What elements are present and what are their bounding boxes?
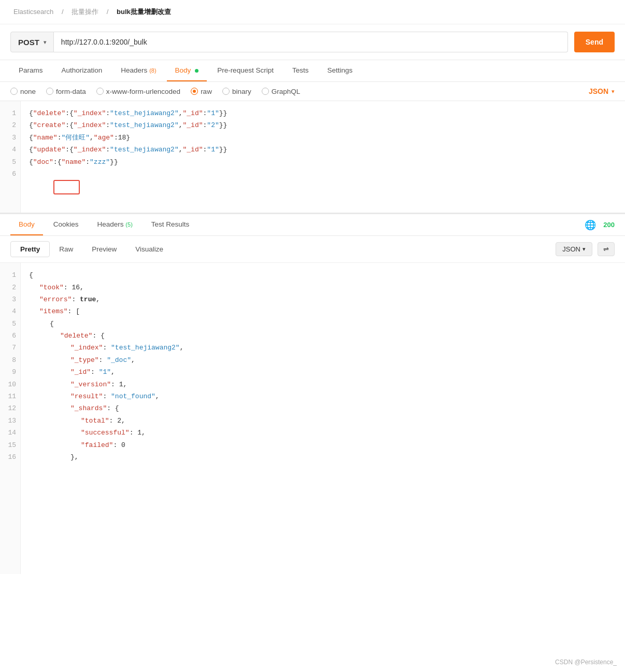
radio-none[interactable]: none [10,88,36,95]
globe-icon: 🌐 [585,219,596,231]
request-code-content[interactable]: {"delete":{"_index":"test_hejiawang2","_… [21,101,625,213]
view-tab-bar: Pretty Raw Preview Visualize JSON ▾ ⇌ [0,236,625,263]
resp-headers-badge: (5) [125,221,132,228]
resp-line-4: "items": [ [39,305,617,317]
body-type-bar: none form-data x-www-form-urlencoded raw… [0,82,625,101]
request-line-numbers: 1 2 3 4 5 6 [0,101,21,213]
request-code-editor: 1 2 3 4 5 6 {"delete":{"_index":"test_he… [0,101,625,214]
code-line-2: {"create":{"_index":"test_hejiawang2","_… [29,119,617,131]
wrap-button[interactable]: ⇌ [598,242,615,256]
body-dot-icon [195,69,198,73]
code-line-4: {"update":{"_index":"test_hejiawang2","_… [29,144,617,156]
resp-tab-headers[interactable]: Headers (5) [89,214,141,235]
radio-binary-circle [222,88,230,95]
response-format-select[interactable]: JSON ▾ [556,242,592,256]
resp-line-5: { [50,318,617,330]
resp-line-15: "failed": 0 [81,439,617,451]
breadcrumb-part2[interactable]: 批量操作 [72,8,98,16]
view-tab-pretty[interactable]: Pretty [10,241,50,257]
resp-line-1: { [29,269,617,281]
radio-none-circle [10,88,18,95]
request-tab-bar: Params Authorization Headers (8) Body Pr… [0,60,625,82]
radio-form-data-circle [46,88,53,95]
view-tab-raw[interactable]: Raw [50,242,82,257]
resp-tab-cookies[interactable]: Cookies [45,214,87,235]
radio-urlencoded-circle [96,88,104,95]
format-chevron-icon: ▾ [612,88,615,95]
tab-settings[interactable]: Settings [319,60,361,81]
url-input[interactable] [54,32,568,52]
radio-raw-circle [191,88,198,95]
resp-tab-body[interactable]: Body [10,214,43,235]
highlight-selection [53,180,80,194]
radio-graphql-circle [262,88,269,95]
headers-badge: (8) [149,67,156,74]
method-label: POST [18,38,39,47]
tab-authorization[interactable]: Authorization [53,60,111,81]
resp-line-3: "errors": true, [39,293,617,305]
resp-line-10: "_version": 1, [70,379,617,390]
resp-format-chevron-icon: ▾ [583,246,586,253]
radio-binary[interactable]: binary [222,88,251,95]
breadcrumb-part1[interactable]: Elasticsearch [13,8,53,16]
tab-headers[interactable]: Headers (8) [112,60,164,81]
resp-line-12: "_shards": { [70,402,617,414]
response-code-content: { "took": 16, "errors": true, "items": [… [21,263,625,574]
tab-params[interactable]: Params [10,60,51,81]
resp-line-6: "delete": { [60,330,617,342]
tab-pre-request-script[interactable]: Pre-request Script [209,60,282,81]
resp-tab-test-results[interactable]: Test Results [143,214,198,235]
status-code: 200 [603,221,615,229]
request-bar: POST ▾ Send [0,24,625,60]
radio-graphql[interactable]: GraphQL [262,88,301,95]
resp-line-7: "_index": "test_hejiawang2", [70,342,617,354]
send-button[interactable]: Send [574,32,615,52]
resp-line-9: "_id": "1", [70,366,617,378]
chevron-down-icon: ▾ [44,39,46,45]
breadcrumb-sep2: / [107,8,110,16]
wrap-icon: ⇌ [603,245,609,253]
code-line-3: {"name":"何佳旺","age":18} [29,132,617,144]
format-select[interactable]: JSON ▾ [589,87,615,95]
code-line-1: {"delete":{"_index":"test_hejiawang2","_… [29,107,617,119]
response-format-label: JSON [562,245,580,253]
tab-body[interactable]: Body [167,60,207,81]
tab-tests[interactable]: Tests [284,60,317,81]
breadcrumb-sep1: / [62,8,65,16]
method-select[interactable]: POST ▾ [10,32,54,52]
resp-line-16: }, [70,451,617,463]
resp-line-11: "result": "not_found", [70,390,617,402]
view-tab-preview[interactable]: Preview [82,242,126,257]
resp-line-13: "total": 2, [81,415,617,427]
view-tab-visualize[interactable]: Visualize [126,242,173,257]
radio-form-data[interactable]: form-data [46,88,86,95]
breadcrumb: Elasticsearch / 批量操作 / bulk批量增删改查 [0,0,625,24]
format-label: JSON [589,87,608,95]
response-tab-bar: Body Cookies Headers (5) Test Results 🌐 … [0,214,625,236]
resp-line-2: "took": 16, [39,282,617,293]
radio-urlencoded[interactable]: x-www-form-urlencoded [96,88,180,95]
response-line-numbers: 1 2 3 4 5 6 7 8 9 10 11 12 13 14 15 16 [0,263,21,574]
response-code-area: 1 2 3 4 5 6 7 8 9 10 11 12 13 14 15 16 {… [0,263,625,574]
code-line-6 [29,168,617,206]
response-status: 🌐 200 [585,219,615,231]
resp-line-8: "_type": "_doc", [70,354,617,366]
breadcrumb-current: bulk批量增删改查 [117,8,171,16]
resp-line-14: "successful": 1, [81,427,617,439]
code-line-5: {"doc":{"name":"zzz"}} [29,156,617,168]
radio-raw[interactable]: raw [191,88,212,95]
